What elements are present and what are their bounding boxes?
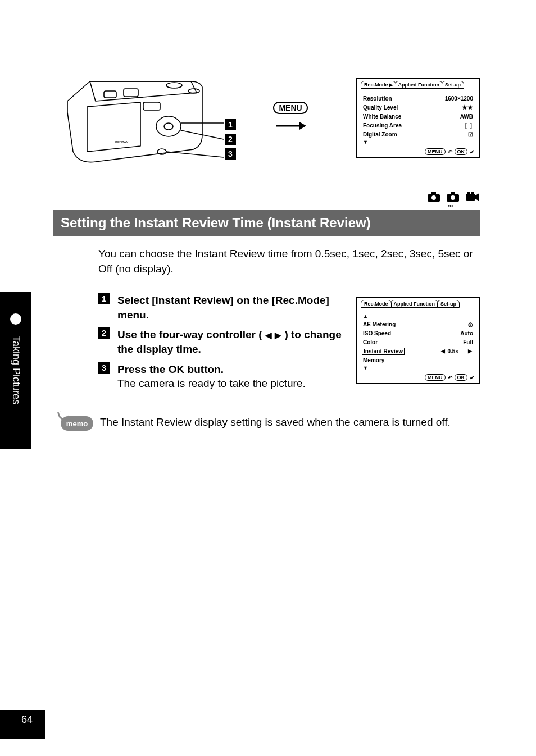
movie-mode-icon bbox=[465, 191, 480, 206]
lcd1-tabs: Rec.Mode▶ Applied Function Set-up bbox=[357, 79, 479, 89]
step-1: 1 Select [Instant Review] on the [Rec.Mo… bbox=[98, 293, 345, 322]
triangle-left-icon: ◀ bbox=[265, 330, 272, 340]
svg-rect-18 bbox=[451, 192, 455, 195]
svg-marker-13 bbox=[299, 122, 306, 130]
callout-numbers: 1 2 3 bbox=[225, 119, 236, 160]
lcd-screen-recmode-page2: Rec.Mode Applied Function Set-up ▲ AE Me… bbox=[356, 297, 480, 384]
footer-ok-icon-2: OK bbox=[455, 374, 468, 381]
section-title: Setting the Instant Review Time (Instant… bbox=[53, 210, 480, 236]
footer-ok-icon: OK bbox=[455, 148, 468, 155]
tab-setup-2: Set-up bbox=[437, 300, 460, 308]
footer-menu-icon-2: MENU bbox=[425, 374, 446, 381]
lcd1-row-wb: White BalanceAWB bbox=[363, 112, 473, 120]
svg-rect-20 bbox=[466, 194, 475, 201]
return-icon-2: ↶ bbox=[448, 375, 452, 381]
step-2-title: Use the four-way controller ( ◀ ▶ ) to c… bbox=[117, 327, 345, 356]
lcd2-footer: MENU ↶ OK ✔ bbox=[362, 374, 474, 381]
check-icon-2: ✔ bbox=[470, 375, 474, 381]
svg-rect-6 bbox=[104, 91, 116, 98]
step-2: 2 Use the four-way controller ( ◀ ▶ ) to… bbox=[98, 327, 345, 356]
lcd2-row-memory: Memory bbox=[363, 356, 473, 364]
lcd2-tabs: Rec.Mode Applied Function Set-up bbox=[357, 298, 479, 308]
svg-rect-15 bbox=[431, 192, 436, 195]
camera-illustration: PENTAX 1 2 3 bbox=[56, 67, 225, 168]
lcd1-items: Resolution1600×1200 Quality Level★★ Whit… bbox=[362, 92, 474, 146]
lcd1-row-quality: Quality Level★★ bbox=[363, 103, 473, 111]
lcd2-row-ae: AE Metering◎ bbox=[363, 320, 473, 328]
step-3-number: 3 bbox=[98, 362, 110, 374]
step-3: 3 Press the OK button. The camera is rea… bbox=[98, 362, 345, 391]
tab-applied-function-2: Applied Function bbox=[390, 300, 439, 308]
callout-3: 3 bbox=[225, 148, 236, 160]
svg-text:PENTAX: PENTAX bbox=[115, 140, 129, 144]
memo-badge-icon: memo bbox=[61, 416, 93, 431]
return-icon: ↶ bbox=[448, 149, 452, 155]
full-auto-mode-icon: FULL bbox=[446, 191, 460, 206]
step-3-title: Press the OK button. bbox=[117, 362, 345, 377]
step-1-title: Select [Instant Review] on the [Rec.Mode… bbox=[117, 293, 345, 322]
camera-mode-icon bbox=[427, 191, 440, 206]
svg-point-0 bbox=[166, 83, 182, 88]
svg-rect-4 bbox=[143, 102, 160, 110]
scroll-down-icon-2: ▼ bbox=[363, 365, 473, 371]
scroll-up-icon: ▲ bbox=[363, 313, 473, 319]
select-left-icon: ◀ bbox=[441, 348, 445, 354]
tab-applied-function: Applied Function bbox=[395, 81, 443, 89]
step-3-text: The camera is ready to take the picture. bbox=[117, 376, 345, 391]
select-right-icon: ▶ bbox=[468, 348, 472, 354]
mode-icons-row: FULL bbox=[56, 191, 480, 206]
check-icon: ✔ bbox=[470, 149, 474, 155]
lcd2-row-instant-review: Instant Review ◀ 0.5s ▶ bbox=[363, 347, 473, 355]
memo-row: memo The Instant Review display setting … bbox=[56, 415, 480, 431]
svg-marker-21 bbox=[475, 193, 479, 201]
tab-recmode: Rec.Mode▶ bbox=[361, 81, 396, 89]
lcd1-footer: MENU ↶ OK ✔ bbox=[362, 148, 474, 155]
scroll-down-icon: ▼ bbox=[363, 139, 473, 145]
svg-point-3 bbox=[164, 123, 173, 130]
lcd1-row-digitalzoom: Digital Zoom☑ bbox=[363, 130, 473, 138]
lcd1-row-focusarea: Focusing Area[ ] bbox=[363, 121, 473, 129]
svg-point-2 bbox=[156, 116, 181, 136]
menu-button-label: MENU bbox=[273, 102, 307, 114]
lcd2-items: ▲ AE Metering◎ ISO SpeedAuto ColorFull I… bbox=[362, 311, 474, 372]
memo-text: The Instant Review display setting is sa… bbox=[100, 415, 480, 430]
step-2-number: 2 bbox=[98, 327, 110, 339]
triangle-right-icon: ▶ bbox=[275, 330, 281, 340]
svg-point-22 bbox=[467, 192, 470, 195]
lcd1-row-resolution: Resolution1600×1200 bbox=[363, 94, 473, 102]
svg-point-16 bbox=[431, 195, 436, 200]
footer-menu-icon: MENU bbox=[425, 148, 446, 155]
callout-1: 1 bbox=[225, 119, 236, 130]
callout-2: 2 bbox=[225, 134, 236, 145]
tab-recmode-2: Rec.Mode bbox=[361, 300, 392, 308]
arrow-right-icon bbox=[275, 119, 306, 134]
top-illustration-row: PENTAX 1 2 3 MENU Rec.Mode▶ Applied Func… bbox=[56, 67, 480, 168]
menu-arrow-column: MENU bbox=[274, 102, 307, 134]
tab-setup: Set-up bbox=[442, 81, 464, 89]
step-1-number: 1 bbox=[98, 293, 110, 304]
lcd-screen-recmode: Rec.Mode▶ Applied Function Set-up Resolu… bbox=[356, 78, 480, 158]
divider bbox=[98, 407, 480, 407]
svg-line-10 bbox=[166, 152, 224, 157]
svg-point-23 bbox=[471, 192, 474, 195]
intro-text: You can choose the Instant Review time f… bbox=[98, 247, 477, 276]
lcd2-row-iso: ISO SpeedAuto bbox=[363, 329, 473, 337]
svg-rect-5 bbox=[124, 89, 138, 97]
svg-point-19 bbox=[451, 195, 455, 200]
lcd2-row-color: ColorFull bbox=[363, 338, 473, 346]
